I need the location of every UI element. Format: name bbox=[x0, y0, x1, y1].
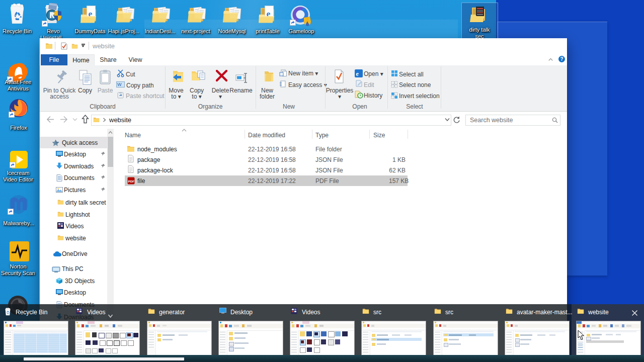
svg-text:e: e bbox=[356, 70, 359, 77]
svg-text:PDF: PDF bbox=[128, 179, 135, 183]
svg-text:W: W bbox=[117, 82, 122, 87]
